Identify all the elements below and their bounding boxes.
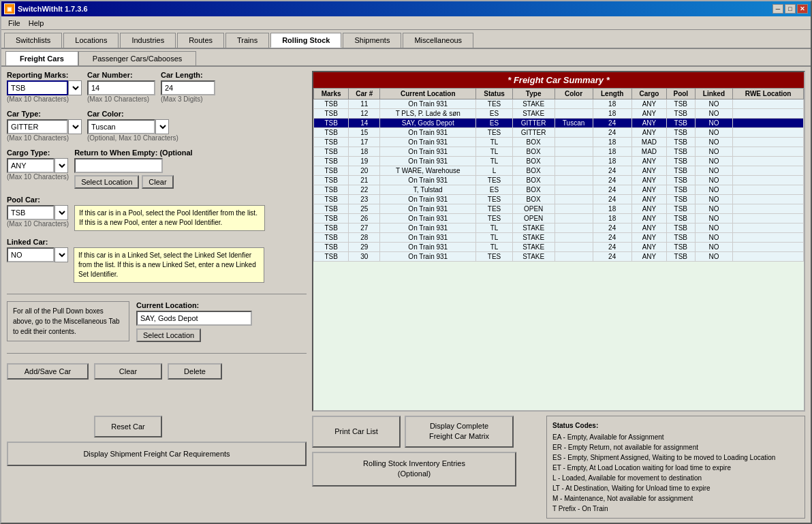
table-row[interactable]: TSB26On Train 931TESOPEN18ANYTSBNO bbox=[314, 214, 804, 224]
table-cell: 24 bbox=[593, 252, 631, 262]
display-shipment-reqs-button[interactable]: Display Shipment Freight Car Requirement… bbox=[7, 442, 307, 466]
table-cell: TSB bbox=[314, 176, 349, 185]
delete-button[interactable]: Delete bbox=[168, 363, 222, 380]
table-cell: TSB bbox=[667, 99, 695, 109]
pool-car-input[interactable] bbox=[7, 205, 54, 220]
table-cell: TL bbox=[476, 224, 513, 233]
table-cell: TSB bbox=[667, 128, 695, 138]
table-cell: On Train 931 bbox=[380, 224, 476, 233]
table-cell: 18 bbox=[593, 214, 631, 224]
print-car-list-button[interactable]: Print Car List bbox=[312, 416, 401, 448]
table-cell: TSB bbox=[667, 214, 695, 224]
table-row[interactable]: TSB21On Train 931TESBOX24ANYTSBNO bbox=[314, 176, 804, 185]
table-cell: 24 bbox=[593, 176, 631, 185]
display-freight-matrix-button[interactable]: Display CompleteFreight Car Matrix bbox=[405, 416, 514, 448]
table-row[interactable]: TSB20T WARE, WarehouseLBOX24ANYTSBNO bbox=[314, 166, 804, 176]
col-status: Status bbox=[476, 89, 513, 99]
return-to-empty-label: Return to When Empty: (Optional bbox=[74, 149, 193, 157]
table-cell: 24 bbox=[593, 128, 631, 138]
table-row[interactable]: TSB18On Train 931TLBOX18MADTSBNO bbox=[314, 147, 804, 157]
reporting-marks-dropdown[interactable]: ▼ bbox=[68, 80, 82, 95]
freight-car-table: Marks Car # Current Location Status Type… bbox=[313, 88, 804, 262]
table-row[interactable]: TSB15On Train 931TESGITTER24ANYTSBNO bbox=[314, 128, 804, 138]
table-row[interactable]: TSB17On Train 931TLBOX18MADTSBNO bbox=[314, 138, 804, 147]
rolling-stock-inventory-button[interactable]: Rolling Stock Inventory Entries(Optional… bbox=[312, 452, 516, 487]
table-row[interactable]: TSB14SAY, Gods DepotESGITTERTuscan24ANYT… bbox=[314, 119, 804, 128]
nav-tabs: Switchlists Locations Industries Routes … bbox=[1, 30, 811, 49]
menu-file[interactable]: File bbox=[4, 18, 25, 29]
tab-shipments[interactable]: Shipments bbox=[343, 33, 401, 48]
car-number-label: Car Number: bbox=[87, 71, 155, 79]
table-cell: GITTER bbox=[512, 128, 555, 138]
add-save-button[interactable]: Add/Save Car bbox=[7, 363, 89, 380]
menu-help[interactable]: Help bbox=[25, 18, 48, 29]
table-row[interactable]: TSB23On Train 931TESBOX24ANYTSBNO bbox=[314, 195, 804, 204]
tab-industries[interactable]: Industries bbox=[120, 33, 176, 48]
pool-car-dropdown[interactable]: ▼ bbox=[54, 205, 68, 220]
linked-car-dropdown[interactable]: ▼ bbox=[54, 247, 68, 262]
status-code-er: ER - Empty Return, not available for ass… bbox=[552, 442, 799, 452]
table-row[interactable]: TSB22T, TulstadESBOX24ANYTSBNO bbox=[314, 185, 804, 195]
table-row[interactable]: TSB11On Train 931TESSTAKE18ANYTSBNO bbox=[314, 99, 804, 109]
table-cell bbox=[733, 157, 804, 166]
table-row[interactable]: TSB19On Train 931TLBOX18ANYTSBNO bbox=[314, 157, 804, 166]
table-cell bbox=[733, 243, 804, 252]
select-location-top-button[interactable]: Select Location bbox=[74, 175, 139, 189]
table-cell: NO bbox=[695, 214, 733, 224]
tab-rolling-stock[interactable]: Rolling Stock bbox=[270, 33, 341, 48]
clear-button[interactable]: Clear bbox=[94, 363, 162, 380]
current-location-input[interactable] bbox=[136, 311, 252, 326]
table-cell bbox=[555, 157, 593, 166]
return-to-empty-input[interactable] bbox=[74, 158, 163, 173]
table-title: * Freight Car Summary * bbox=[313, 72, 804, 88]
reset-car-button[interactable]: Reset Car bbox=[94, 416, 162, 437]
car-type-dropdown[interactable]: ▼ bbox=[68, 119, 82, 134]
tab-miscellaneous[interactable]: Miscellaneous bbox=[403, 33, 473, 48]
table-cell: ANY bbox=[631, 157, 666, 166]
content-area: Freight Cars Passenger Cars/Cabooses Rep… bbox=[1, 49, 811, 523]
table-row[interactable]: TSB12T PLS, P. Lade & sønESSTAKE18ANYTSB… bbox=[314, 109, 804, 119]
table-cell bbox=[733, 138, 804, 147]
table-cell: BOX bbox=[512, 185, 555, 195]
table-cell: MAD bbox=[631, 138, 666, 147]
current-location-group: Current Location: Select Location bbox=[136, 301, 252, 342]
table-row[interactable]: TSB27On Train 931TLSTAKE24ANYTSBNO bbox=[314, 224, 804, 233]
table-row[interactable]: TSB28On Train 931TLSTAKE24ANYTSBNO bbox=[314, 233, 804, 243]
table-cell: 12 bbox=[349, 109, 380, 119]
reporting-marks-input[interactable] bbox=[7, 80, 68, 95]
table-cell: NO bbox=[695, 252, 733, 262]
clear-top-button[interactable]: Clear bbox=[142, 175, 173, 189]
car-number-input[interactable] bbox=[87, 80, 155, 95]
table-row[interactable]: TSB29On Train 931TLSTAKE24ANYTSBNO bbox=[314, 243, 804, 252]
close-button[interactable]: ✕ bbox=[797, 4, 808, 14]
sub-tab-freight-cars[interactable]: Freight Cars bbox=[5, 51, 78, 65]
table-cell: TES bbox=[476, 195, 513, 204]
minimize-button[interactable]: ─ bbox=[772, 4, 783, 14]
table-cell bbox=[555, 224, 593, 233]
table-cell: TSB bbox=[314, 157, 349, 166]
table-row[interactable]: TSB30On Train 931TESSTAKE24ANYTSBNO bbox=[314, 252, 804, 262]
car-type-input[interactable] bbox=[7, 119, 68, 134]
table-row[interactable]: TSB25On Train 931TESOPEN18ANYTSBNO bbox=[314, 204, 804, 214]
table-cell: 18 bbox=[593, 147, 631, 157]
tab-trains[interactable]: Trains bbox=[225, 33, 269, 48]
tab-routes[interactable]: Routes bbox=[177, 33, 224, 48]
cargo-type-label: Cargo Type: bbox=[7, 149, 69, 157]
col-location: Current Location bbox=[380, 89, 476, 99]
table-cell: 24 bbox=[593, 233, 631, 243]
cargo-type-dropdown[interactable]: ▼ bbox=[54, 158, 68, 173]
col-type: Type bbox=[512, 89, 555, 99]
car-color-dropdown[interactable]: ▼ bbox=[155, 119, 169, 134]
select-location-button[interactable]: Select Location bbox=[136, 328, 201, 342]
tab-locations[interactable]: Locations bbox=[63, 33, 119, 48]
sub-tab-passenger-cars[interactable]: Passenger Cars/Cabooses bbox=[78, 51, 196, 65]
linked-car-input[interactable] bbox=[7, 247, 54, 262]
car-color-input[interactable] bbox=[87, 119, 155, 134]
maximize-button[interactable]: □ bbox=[785, 4, 796, 14]
form-row-4: Pool Car: ▼ (Max 10 Characters) If this … bbox=[7, 196, 307, 231]
table-cell: 11 bbox=[349, 99, 380, 109]
tab-switchlists[interactable]: Switchlists bbox=[4, 33, 62, 48]
table-cell: TL bbox=[476, 243, 513, 252]
cargo-type-input[interactable] bbox=[7, 158, 54, 173]
car-length-input[interactable] bbox=[161, 80, 215, 95]
